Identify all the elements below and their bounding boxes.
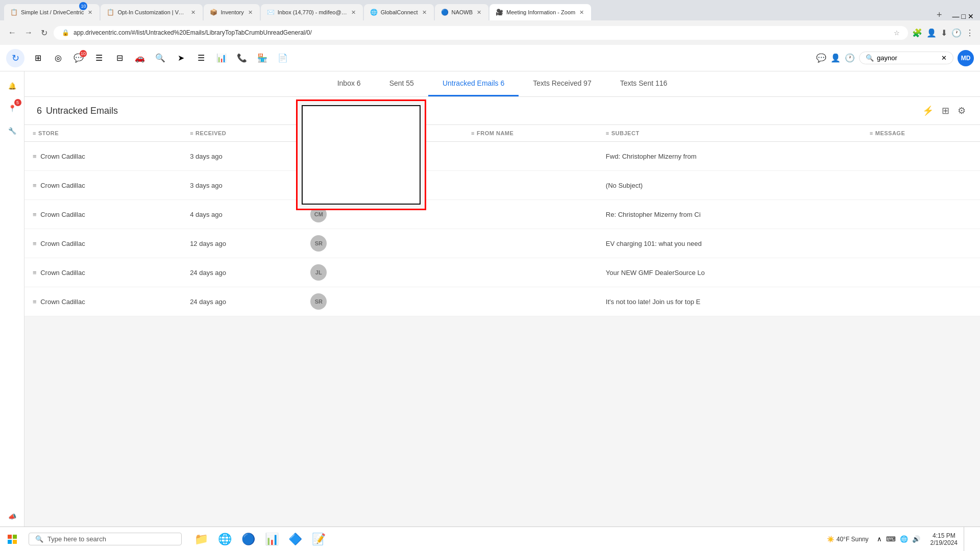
settings-button[interactable]: ⚙ xyxy=(955,103,968,118)
toolbar-calculator[interactable]: ⊞ xyxy=(29,49,47,67)
toolbar-car[interactable]: 🚗 xyxy=(131,49,149,67)
taskbar-excel[interactable]: 📊 xyxy=(260,528,283,550)
cell-received: 24 days ago xyxy=(182,287,302,316)
tab-texts-sent[interactable]: Texts Sent 116 xyxy=(606,71,682,96)
popup-overlay xyxy=(296,125,426,210)
columns-button[interactable]: ⊞ xyxy=(940,103,951,118)
filter-button[interactable]: ⚡ xyxy=(920,103,936,118)
sidebar-item-location[interactable]: 📍 5 xyxy=(2,98,22,118)
from-name-col-icon: ≡ xyxy=(471,130,475,136)
toolbar-phone[interactable]: 📞 xyxy=(233,49,251,67)
toolbar-chart[interactable]: 📊 xyxy=(212,49,231,67)
cell-store: ≡ Crown Cadillac xyxy=(24,229,182,258)
toolbar-history-icon[interactable]: 🕐 xyxy=(845,53,855,63)
table-row[interactable]: ≡ Crown Cadillac 3 days ago JL (No Subje… xyxy=(24,171,980,200)
new-tab-button[interactable]: + xyxy=(933,10,946,20)
show-desktop-button[interactable] xyxy=(964,527,980,552)
svg-rect-1 xyxy=(13,535,17,539)
weather-text: 40°F Sunny xyxy=(837,536,869,543)
history-button[interactable]: 🕐 xyxy=(951,28,962,38)
browser-tab-t5[interactable]: 🌐 GlobalConnect ✕ xyxy=(364,4,434,20)
table-row[interactable]: ≡ Crown Cadillac 12 days ago SR EV charg… xyxy=(24,229,980,258)
cell-message xyxy=(862,200,980,229)
browser-tab-t4[interactable]: ✉️ Inbox (14,770) - mdifeo@crow... ✕ xyxy=(261,4,363,20)
main-content: Inbox 6 Sent 55 Untracked Emails 6 Texts… xyxy=(24,71,980,551)
cell-received: 4 days ago xyxy=(182,200,302,229)
toolbar-chat-wrapper: 💬 10 xyxy=(69,49,88,67)
taskbar-clock[interactable]: 4:15 PM 2/19/2024 xyxy=(924,532,964,546)
app-toolbar: ↻ ⊞ ◎ 💬 10 ☰ ⊟ 🚗 🔍 ➤ ☰ 📊 📞 🏪 📄 💬 👤 🕐 🔍 ✕… xyxy=(0,45,980,71)
table-row[interactable]: ≡ Crown Cadillac 3 days ago CM Fwd: Chri… xyxy=(24,142,980,171)
taskbar-app-icons: 📁 🌐 🔵 📊 🔷 📝 xyxy=(190,528,330,550)
taskbar-ie[interactable]: 🔷 xyxy=(284,528,306,550)
profile-button[interactable]: 👤 xyxy=(926,28,937,38)
store-icon: ≡ xyxy=(33,211,37,218)
toolbar-list[interactable]: ☰ xyxy=(90,49,108,67)
cell-message xyxy=(862,287,980,316)
back-button[interactable]: ← xyxy=(6,26,18,39)
taskbar-chrome[interactable]: 🔵 xyxy=(237,528,259,550)
tab-favicon: 📋 xyxy=(10,9,18,16)
toolbar-doc[interactable]: 📄 xyxy=(274,49,292,67)
browser-tab-t2[interactable]: 📋 Opt-In Customization | Voters ✕ xyxy=(101,4,203,20)
tab-close[interactable]: ✕ xyxy=(578,8,585,17)
bookmark-icon[interactable]: ☆ xyxy=(894,29,900,37)
svg-rect-3 xyxy=(13,540,17,544)
tab-close[interactable]: ✕ xyxy=(421,8,428,17)
app-search-bar[interactable]: 🔍 ✕ xyxy=(859,52,953,64)
browser-tab-t1[interactable]: 📋 Simple List / DriveCentric ✕ 10 xyxy=(4,4,100,20)
maximize-button[interactable]: □ xyxy=(962,12,966,20)
tab-close[interactable]: ✕ xyxy=(476,8,482,17)
tab-title: NAOWB xyxy=(452,9,473,15)
weather-icon: ☀️ xyxy=(827,536,835,543)
toolbar-grid[interactable]: ⊟ xyxy=(110,49,129,67)
tab-title: GlobalConnect xyxy=(381,9,418,15)
page-title: 6 Untracked Emails xyxy=(37,106,118,116)
minimize-button[interactable]: — xyxy=(952,12,960,20)
search-clear-button[interactable]: ✕ xyxy=(941,54,947,62)
table-row[interactable]: ≡ Crown Cadillac 4 days ago CM Re: Chris… xyxy=(24,200,980,229)
table-row[interactable]: ≡ Crown Cadillac 24 days ago JL Your NEW… xyxy=(24,258,980,287)
taskbar-edge[interactable]: 🌐 xyxy=(213,528,236,550)
sidebar-item-notification[interactable]: 🔔 xyxy=(2,76,22,96)
reload-button[interactable]: ↻ xyxy=(39,26,50,40)
toolbar-search[interactable]: 🔍 xyxy=(151,49,169,67)
tab-close[interactable]: ✕ xyxy=(190,8,197,17)
app-logo[interactable]: ↻ xyxy=(6,49,24,67)
search-input[interactable] xyxy=(877,54,938,62)
tab-sent[interactable]: Sent 55 xyxy=(375,71,428,96)
toolbar-sms-icon[interactable]: 💬 xyxy=(816,53,826,63)
browser-tab-t6[interactable]: 🔵 NAOWB ✕ xyxy=(435,4,489,20)
sidebar-item-megaphone[interactable]: 📣 xyxy=(2,506,22,527)
menu-dots-button[interactable]: ⋮ xyxy=(966,28,974,38)
system-icons-chevron[interactable]: ∧ xyxy=(877,535,882,543)
table-row[interactable]: ≡ Crown Cadillac 24 days ago SR It's not… xyxy=(24,287,980,316)
tab-close[interactable]: ✕ xyxy=(87,8,93,17)
toolbar-store[interactable]: 🏪 xyxy=(253,49,272,67)
start-button[interactable] xyxy=(0,527,24,552)
toolbar-clock[interactable]: ◎ xyxy=(49,49,67,67)
taskbar-search-bar[interactable]: 🔍 Type here to search xyxy=(29,533,182,545)
tab-close[interactable]: ✕ xyxy=(350,8,357,17)
browser-tab-t3[interactable]: 📦 Inventory ✕ xyxy=(204,4,259,20)
cell-received: 12 days ago xyxy=(182,229,302,258)
toolbar-send[interactable]: ➤ xyxy=(172,49,190,67)
forward-button[interactable]: → xyxy=(22,26,35,39)
downloads-button[interactable]: ⬇ xyxy=(941,28,947,38)
toolbar-menu[interactable]: ☰ xyxy=(192,49,210,67)
extensions-button[interactable]: 🧩 xyxy=(912,28,922,38)
toolbar-user-icon[interactable]: 👤 xyxy=(830,53,841,63)
address-bar[interactable]: 🔒 app.drivecentric.com/#/list/Untracked%… xyxy=(54,26,908,40)
sidebar-item-tools[interactable]: 🔧 xyxy=(2,120,22,141)
close-button[interactable]: ✕ xyxy=(968,12,974,20)
tab-close[interactable]: ✕ xyxy=(247,8,254,17)
tab-texts-received[interactable]: Texts Received 97 xyxy=(519,71,605,96)
tab-untracked-emails[interactable]: Untracked Emails 6 xyxy=(428,71,519,96)
taskbar-file-explorer[interactable]: 📁 xyxy=(190,528,212,550)
tab-favicon: 🌐 xyxy=(370,9,378,16)
user-avatar: SR xyxy=(310,235,327,252)
taskbar-word[interactable]: 📝 xyxy=(307,528,330,550)
browser-tab-t7[interactable]: 🎥 Meeting Information - Zoom ✕ xyxy=(489,4,591,20)
user-avatar: JL xyxy=(310,264,327,281)
tab-inbox[interactable]: Inbox 6 xyxy=(323,71,375,96)
